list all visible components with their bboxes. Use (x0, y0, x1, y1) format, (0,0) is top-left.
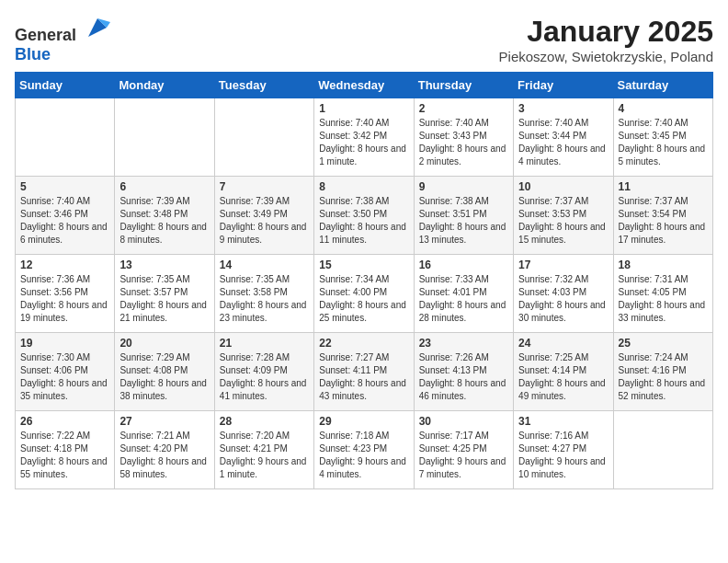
calendar-cell: 12Sunrise: 7:36 AM Sunset: 3:56 PM Dayli… (16, 255, 115, 333)
calendar-cell: 14Sunrise: 7:35 AM Sunset: 3:58 PM Dayli… (214, 255, 313, 333)
page-title: January 2025 (499, 15, 713, 49)
day-number: 8 (319, 180, 408, 193)
cell-content: Sunrise: 7:22 AM Sunset: 4:18 PM Dayligh… (20, 430, 109, 481)
day-number: 2 (419, 102, 508, 115)
calendar-cell: 7Sunrise: 7:39 AM Sunset: 3:49 PM Daylig… (214, 177, 313, 255)
day-number: 26 (20, 415, 109, 428)
logo-text: General Blue (15, 15, 110, 64)
cell-content: Sunrise: 7:27 AM Sunset: 4:11 PM Dayligh… (319, 351, 408, 403)
day-number: 24 (518, 337, 608, 350)
day-number: 27 (119, 415, 209, 428)
day-number: 20 (119, 337, 209, 350)
week-row-5: 26Sunrise: 7:22 AM Sunset: 4:18 PM Dayli… (16, 411, 713, 489)
cell-content: Sunrise: 7:37 AM Sunset: 3:53 PM Dayligh… (518, 195, 608, 247)
week-row-3: 12Sunrise: 7:36 AM Sunset: 3:56 PM Dayli… (16, 255, 713, 333)
calendar-cell (613, 411, 712, 489)
calendar-cell: 13Sunrise: 7:35 AM Sunset: 3:57 PM Dayli… (115, 255, 214, 333)
day-number: 29 (319, 415, 408, 428)
cell-content: Sunrise: 7:37 AM Sunset: 3:54 PM Dayligh… (619, 195, 708, 247)
weekday-header-monday: Monday (115, 73, 214, 98)
day-number: 22 (319, 337, 408, 350)
week-row-4: 19Sunrise: 7:30 AM Sunset: 4:06 PM Dayli… (16, 333, 713, 411)
page-subtitle: Piekoszow, Swietokrzyskie, Poland (499, 49, 713, 64)
calendar-cell: 11Sunrise: 7:37 AM Sunset: 3:54 PM Dayli… (613, 177, 712, 255)
calendar-cell: 24Sunrise: 7:25 AM Sunset: 4:14 PM Dayli… (514, 333, 613, 411)
logo-blue: Blue (15, 45, 51, 63)
calendar-cell: 16Sunrise: 7:33 AM Sunset: 4:01 PM Dayli… (414, 255, 513, 333)
day-number: 15 (319, 259, 408, 271)
cell-content: Sunrise: 7:40 AM Sunset: 3:46 PM Dayligh… (20, 195, 109, 247)
day-number: 10 (518, 180, 608, 193)
cell-content: Sunrise: 7:24 AM Sunset: 4:16 PM Dayligh… (619, 351, 708, 403)
cell-content: Sunrise: 7:38 AM Sunset: 3:50 PM Dayligh… (319, 195, 408, 247)
calendar-cell: 19Sunrise: 7:30 AM Sunset: 4:06 PM Dayli… (16, 333, 115, 411)
calendar-cell: 2Sunrise: 7:40 AM Sunset: 3:43 PM Daylig… (414, 98, 513, 177)
day-number: 18 (619, 259, 708, 271)
calendar-cell: 1Sunrise: 7:40 AM Sunset: 3:42 PM Daylig… (314, 98, 414, 177)
calendar-cell: 26Sunrise: 7:22 AM Sunset: 4:18 PM Dayli… (16, 411, 115, 489)
day-number: 6 (119, 180, 209, 193)
calendar-cell: 21Sunrise: 7:28 AM Sunset: 4:09 PM Dayli… (214, 333, 313, 411)
day-number: 23 (419, 337, 508, 350)
cell-content: Sunrise: 7:31 AM Sunset: 4:05 PM Dayligh… (619, 273, 708, 325)
day-number: 9 (419, 180, 508, 193)
calendar-cell: 8Sunrise: 7:38 AM Sunset: 3:50 PM Daylig… (314, 177, 414, 255)
calendar-cell (115, 98, 214, 177)
calendar-cell: 5Sunrise: 7:40 AM Sunset: 3:46 PM Daylig… (16, 177, 115, 255)
cell-content: Sunrise: 7:18 AM Sunset: 4:23 PM Dayligh… (319, 430, 408, 481)
calendar-cell: 9Sunrise: 7:38 AM Sunset: 3:51 PM Daylig… (414, 177, 513, 255)
day-number: 5 (20, 180, 109, 193)
cell-content: Sunrise: 7:38 AM Sunset: 3:51 PM Dayligh… (419, 195, 508, 247)
cell-content: Sunrise: 7:29 AM Sunset: 4:08 PM Dayligh… (119, 351, 209, 403)
calendar-cell: 31Sunrise: 7:16 AM Sunset: 4:27 PM Dayli… (514, 411, 613, 489)
day-number: 25 (619, 337, 708, 350)
cell-content: Sunrise: 7:33 AM Sunset: 4:01 PM Dayligh… (419, 273, 508, 325)
calendar-cell: 4Sunrise: 7:40 AM Sunset: 3:45 PM Daylig… (613, 98, 712, 177)
day-number: 19 (20, 337, 109, 350)
weekday-header-row: SundayMondayTuesdayWednesdayThursdayFrid… (16, 73, 713, 98)
day-number: 12 (20, 259, 109, 271)
calendar-cell: 20Sunrise: 7:29 AM Sunset: 4:08 PM Dayli… (115, 333, 214, 411)
calendar-cell: 10Sunrise: 7:37 AM Sunset: 3:53 PM Dayli… (514, 177, 613, 255)
calendar-cell: 15Sunrise: 7:34 AM Sunset: 4:00 PM Dayli… (314, 255, 414, 333)
day-number: 4 (619, 102, 708, 115)
cell-content: Sunrise: 7:40 AM Sunset: 3:45 PM Dayligh… (619, 117, 708, 168)
cell-content: Sunrise: 7:40 AM Sunset: 3:42 PM Dayligh… (319, 117, 408, 168)
cell-content: Sunrise: 7:30 AM Sunset: 4:06 PM Dayligh… (20, 351, 109, 403)
cell-content: Sunrise: 7:36 AM Sunset: 3:56 PM Dayligh… (20, 273, 109, 325)
day-number: 13 (119, 259, 209, 271)
day-number: 3 (518, 102, 608, 115)
calendar-table: SundayMondayTuesdayWednesdayThursdayFrid… (15, 72, 713, 489)
cell-content: Sunrise: 7:39 AM Sunset: 3:49 PM Dayligh… (220, 195, 309, 247)
cell-content: Sunrise: 7:40 AM Sunset: 3:43 PM Dayligh… (419, 117, 508, 168)
day-number: 11 (619, 180, 708, 193)
cell-content: Sunrise: 7:28 AM Sunset: 4:09 PM Dayligh… (220, 351, 309, 403)
calendar-cell: 22Sunrise: 7:27 AM Sunset: 4:11 PM Dayli… (314, 333, 414, 411)
cell-content: Sunrise: 7:21 AM Sunset: 4:20 PM Dayligh… (119, 430, 209, 481)
page-header: General Blue January 2025 Piekoszow, Swi… (15, 15, 713, 64)
weekday-header-tuesday: Tuesday (214, 73, 313, 98)
cell-content: Sunrise: 7:35 AM Sunset: 3:58 PM Dayligh… (220, 273, 309, 325)
day-number: 14 (220, 259, 309, 271)
title-block: January 2025 Piekoszow, Swietokrzyskie, … (499, 15, 713, 64)
calendar-cell: 6Sunrise: 7:39 AM Sunset: 3:48 PM Daylig… (115, 177, 214, 255)
week-row-1: 1Sunrise: 7:40 AM Sunset: 3:42 PM Daylig… (16, 98, 713, 177)
calendar-cell: 25Sunrise: 7:24 AM Sunset: 4:16 PM Dayli… (613, 333, 712, 411)
day-number: 30 (419, 415, 508, 428)
week-row-2: 5Sunrise: 7:40 AM Sunset: 3:46 PM Daylig… (16, 177, 713, 255)
day-number: 7 (220, 180, 309, 193)
cell-content: Sunrise: 7:26 AM Sunset: 4:13 PM Dayligh… (419, 351, 508, 403)
day-number: 31 (518, 415, 608, 428)
calendar-cell (214, 98, 313, 177)
day-number: 16 (419, 259, 508, 271)
calendar-cell: 30Sunrise: 7:17 AM Sunset: 4:25 PM Dayli… (414, 411, 513, 489)
calendar-cell: 27Sunrise: 7:21 AM Sunset: 4:20 PM Dayli… (115, 411, 214, 489)
calendar-cell: 28Sunrise: 7:20 AM Sunset: 4:21 PM Dayli… (214, 411, 313, 489)
calendar-cell: 23Sunrise: 7:26 AM Sunset: 4:13 PM Dayli… (414, 333, 513, 411)
day-number: 28 (220, 415, 309, 428)
logo-icon (85, 15, 110, 40)
calendar-cell: 18Sunrise: 7:31 AM Sunset: 4:05 PM Dayli… (613, 255, 712, 333)
weekday-header-wednesday: Wednesday (314, 73, 414, 98)
weekday-header-sunday: Sunday (16, 73, 115, 98)
cell-content: Sunrise: 7:34 AM Sunset: 4:00 PM Dayligh… (319, 273, 408, 325)
